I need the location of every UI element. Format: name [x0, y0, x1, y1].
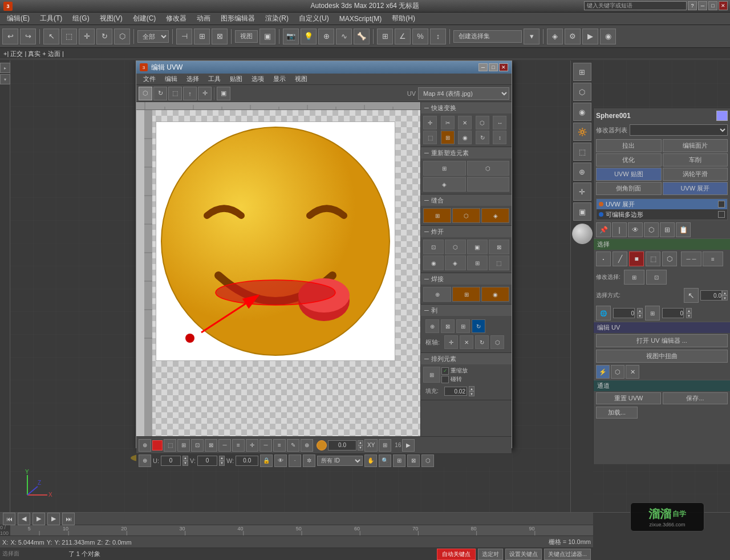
- uvw-menu-tools[interactable]: 工具: [204, 74, 225, 84]
- ft-btn-8[interactable]: ◉: [458, 131, 472, 144]
- reset-uvw-btn[interactable]: 重置 UVW: [596, 392, 661, 404]
- minimize-btn[interactable]: ─: [698, 1, 707, 10]
- prev-frame-btn[interactable]: ⏮: [3, 513, 15, 525]
- ft-btn-1[interactable]: ✛: [423, 116, 437, 129]
- help-btn[interactable]: ?: [688, 1, 697, 10]
- mod-poly-visibility[interactable]: [718, 211, 725, 218]
- uvw-v-down[interactable]: ▼: [219, 461, 225, 466]
- explode-btn-4[interactable]: ⊠: [489, 240, 509, 254]
- sp2-down[interactable]: ▼: [686, 313, 692, 318]
- map-dropdown[interactable]: Map #4 (表情.jpg): [418, 87, 509, 100]
- arrange-btn-1[interactable]: ⊞: [423, 367, 440, 383]
- uvw-map-btn[interactable]: UVW 贴图: [596, 168, 662, 181]
- uvw-value-input[interactable]: [328, 440, 356, 451]
- fill-spinner-down[interactable]: ▼: [469, 391, 474, 396]
- ft-btn-4[interactable]: ⬡: [476, 116, 489, 129]
- menu-render[interactable]: 渲染(R): [261, 13, 293, 25]
- spinner-1-input[interactable]: [613, 308, 635, 318]
- close-btn[interactable]: ✕: [719, 1, 728, 10]
- uvw-minimize-btn[interactable]: ─: [478, 63, 488, 71]
- uvw-snap-btn[interactable]: ⊞: [379, 439, 391, 452]
- uvw-red-btn[interactable]: [152, 440, 163, 451]
- sel-mode-input[interactable]: [700, 290, 722, 301]
- weld-btn-1[interactable]: ⊕: [423, 287, 451, 302]
- selection-filter-dropdown[interactable]: 全部: [137, 30, 169, 43]
- weld-btn-3[interactable]: ◉: [481, 287, 509, 302]
- edge-select-btn[interactable]: ╱: [613, 251, 627, 266]
- sel-grid-btn[interactable]: ⊞: [645, 306, 660, 320]
- reshape-btn-4[interactable]: [467, 177, 510, 192]
- rotate-checkbox[interactable]: [441, 376, 449, 383]
- shrink-btn[interactable]: ⊡: [646, 270, 667, 285]
- uvw-bottom-btn-8[interactable]: ✛: [246, 439, 258, 452]
- uvw-bottom-btn-10[interactable]: ≡: [273, 439, 286, 452]
- uvw-tool-vertex[interactable]: ⬡: [139, 87, 152, 100]
- peel-btn-4[interactable]: ↻: [472, 319, 485, 333]
- uvw-val-down[interactable]: ▼: [358, 445, 363, 451]
- grow-btn[interactable]: ⊞: [624, 270, 644, 285]
- reshape-btn-2[interactable]: ⬡: [467, 161, 510, 176]
- uvw-bottom-btn-5[interactable]: ⊠: [205, 439, 217, 452]
- optimize-btn[interactable]: 优化: [596, 153, 662, 167]
- uvw-bottom-btn-4[interactable]: ⊡: [191, 439, 204, 452]
- uvw-last-btn[interactable]: ▶: [402, 439, 415, 452]
- uvw-zoom2-btn[interactable]: ⊞: [393, 455, 405, 467]
- stitch-header[interactable]: ─ 缝合: [421, 194, 512, 206]
- viewport-btn[interactable]: ▣: [259, 29, 275, 44]
- select-btn[interactable]: ↖: [43, 29, 59, 44]
- menu-group[interactable]: 组(G): [68, 13, 94, 25]
- scale-btn[interactable]: ⬡: [114, 29, 130, 44]
- light-btn[interactable]: 💡: [301, 29, 317, 44]
- camera-btn[interactable]: 📷: [283, 29, 299, 44]
- edit-uv-section-header[interactable]: 编辑 UV: [594, 322, 730, 333]
- edge-dist-btn2[interactable]: ≡: [703, 251, 723, 266]
- view-warp-btn[interactable]: 视图中扭曲: [596, 350, 728, 363]
- prev-key-btn[interactable]: ◀: [18, 513, 30, 525]
- uvw-menu-file[interactable]: 文件: [139, 74, 160, 84]
- ft-btn-10[interactable]: ↕: [493, 131, 506, 144]
- modifier-uvw-unfold[interactable]: UVW 展开: [597, 199, 727, 209]
- bone-btn[interactable]: 🦴: [354, 29, 370, 44]
- uvw-tool-edge[interactable]: ↻: [153, 87, 167, 100]
- uvw-menu-options[interactable]: 选项: [247, 74, 269, 84]
- play-btn[interactable]: ▶: [33, 513, 45, 525]
- uvw-allid-dropdown[interactable]: 所有 ID: [317, 456, 363, 466]
- uvw-bottom-btn-11[interactable]: ✎: [287, 439, 299, 452]
- object-color-swatch[interactable]: [716, 111, 728, 121]
- uvw-bottom-btn-6[interactable]: ─: [218, 439, 231, 452]
- ft-btn-5[interactable]: ↔: [493, 116, 506, 129]
- pivot-btn-2[interactable]: ✕: [460, 335, 473, 349]
- uvw-maximize-btn[interactable]: □: [489, 63, 498, 71]
- render-icon-2[interactable]: ⬡: [573, 83, 591, 101]
- peel-btn-3[interactable]: ⊞: [456, 319, 470, 333]
- load-uvw-btn[interactable]: 加载...: [596, 407, 638, 419]
- menu-modifier[interactable]: 修改器: [161, 13, 191, 25]
- uvw-canvas-main[interactable]: [144, 110, 420, 436]
- uvw-titlebar[interactable]: 3 编辑 UVW ─ □ ✕: [136, 61, 512, 74]
- stitch-btn-1[interactable]: ⊞: [423, 208, 451, 223]
- sp1-up[interactable]: ▲: [637, 308, 643, 313]
- explode-btn-5[interactable]: ◉: [423, 255, 444, 270]
- spinner-2-input[interactable]: [662, 308, 684, 318]
- peel-header[interactable]: ─ 剥: [421, 305, 512, 316]
- uvw-bottom-btn-12[interactable]: ⊕: [301, 439, 313, 452]
- uvw-bottom-btn-9[interactable]: ─: [259, 439, 272, 452]
- uvw-bottom-btn-2[interactable]: ⬚: [164, 439, 176, 452]
- fast-transform-header[interactable]: ─ 快速变换: [421, 102, 512, 113]
- uvw-close-btn[interactable]: ✕: [499, 63, 508, 71]
- key-filter-btn[interactable]: 关键点过滤器...: [544, 549, 591, 560]
- edit-uv-icon-3[interactable]: ✕: [626, 365, 639, 379]
- uvw-tool-5[interactable]: ▣: [217, 87, 230, 100]
- menu-view[interactable]: 视图(V): [95, 13, 127, 25]
- uvw-menu-view[interactable]: 视图: [290, 74, 312, 84]
- stitch-btn-3[interactable]: ◈: [481, 208, 509, 223]
- uvw-menu-map[interactable]: 贴图: [225, 74, 247, 84]
- uvw-xform-btn[interactable]: UVW 展开: [663, 182, 728, 195]
- left-tool-1[interactable]: ▸: [0, 63, 10, 73]
- uvw-fit-btn[interactable]: ⬡: [421, 455, 434, 467]
- uvw-menu-select[interactable]: 选择: [182, 74, 204, 84]
- edge-dist-btn[interactable]: ─ ─: [681, 251, 701, 266]
- helper-btn[interactable]: ⊕: [318, 29, 334, 44]
- weld-btn-2[interactable]: ⊞: [452, 287, 480, 302]
- render-setup-btn[interactable]: ⚙: [565, 29, 581, 44]
